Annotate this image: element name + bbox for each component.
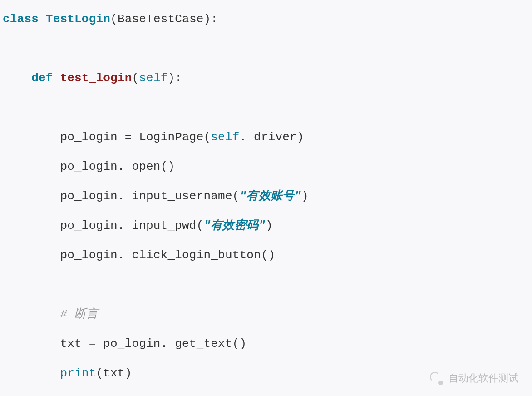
code-line: po_login = LoginPage( [60,130,211,144]
code-block: class TestLogin(BaseTestCase): def test_… [0,0,532,396]
code-line: po_login. open() [60,160,175,173]
code-line: po_login. click_login_button() [60,248,275,262]
builtin-print: print [60,366,96,380]
self-ref: self [211,130,239,144]
code-text: ) [266,219,273,233]
code-line: txt = po_login. get_text() [60,337,246,351]
code-line: po_login. input_pwd( [60,219,203,233]
function-name: test_login [60,71,132,85]
string-literal: "有效密码" [203,219,265,233]
keyword-def: def [31,71,53,85]
string-literal: "有效账号" [240,189,301,203]
comment-line: # 断言 [60,307,98,321]
code-text: (txt) [96,366,132,380]
code-text: ) [301,189,309,203]
keyword-class: class [3,12,39,26]
base-class: BaseTestCase [118,12,204,26]
self-param: self [139,71,167,85]
class-name: TestLogin [46,12,110,26]
code-line: po_login. input_username( [60,189,239,203]
code-text: . driver) [240,130,304,144]
